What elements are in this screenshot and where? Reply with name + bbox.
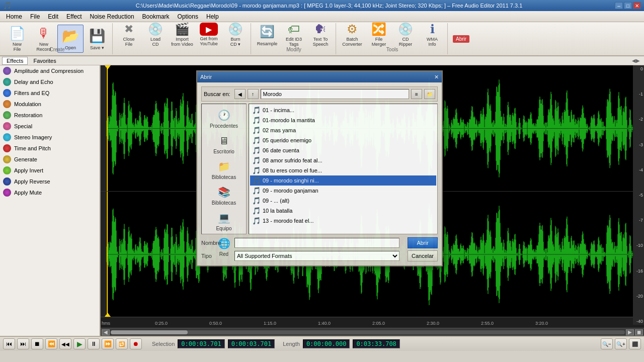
prev-button[interactable]: ⏪ [45, 338, 57, 349]
rewind-button[interactable]: ◀◀ [59, 338, 71, 349]
file-name-f8: 09 - morodo singhi ni... [263, 177, 319, 184]
tts-button[interactable]: 🗣 Text ToSpeech [307, 21, 334, 49]
effect-delay-echo[interactable]: Delay and Echo [0, 76, 100, 87]
resample-icon: 🔄 [258, 23, 276, 41]
minimize-button[interactable]: – [615, 2, 623, 9]
cd-ripper-button[interactable]: 💿 CDRipper [392, 21, 419, 49]
scroll-extra-btn[interactable]: ◼ [635, 329, 643, 335]
go-end-button[interactable]: ⏭ [17, 338, 29, 349]
menu-options[interactable]: Options [174, 11, 202, 22]
new-file-icon: 📄 [8, 26, 26, 41]
file-item-f9[interactable]: 🎵 09 - morodo ganjaman [250, 186, 436, 196]
next-button[interactable]: ⏩ [102, 338, 114, 349]
tts-label: Text ToSpeech [313, 37, 329, 47]
save-button[interactable]: 💾 Save ▾ [84, 25, 110, 53]
file-item-f7[interactable]: 🎵 08 tu eres como el fue... [250, 165, 436, 175]
zoom-fit-button[interactable]: ⬛ [629, 338, 641, 349]
scrollbar-thumb[interactable] [111, 330, 188, 334]
effect-restoration[interactable]: Restoration [0, 110, 100, 121]
sidebar-docs[interactable]: 📁 Bibliotecas [203, 157, 245, 182]
wma-info-button[interactable]: ℹ WMAInfo [419, 21, 445, 49]
abrir-btn[interactable]: Abrir [453, 35, 469, 43]
file-item-f1[interactable]: 🎵 01 - incima... [250, 105, 436, 115]
open-file-button[interactable]: Abrir [408, 237, 438, 248]
menu-noise[interactable]: Noise Reduction [86, 11, 138, 22]
file-list[interactable]: 🎵 01 - incima... 🎵 01-morodo la mantita … [249, 104, 438, 234]
menu-edit[interactable]: Edit [44, 11, 62, 22]
close-file-button[interactable]: ✖ CloseFile [116, 21, 142, 49]
zoom-out-button[interactable]: 🔍− [601, 338, 613, 349]
scroll-left-btn[interactable]: ◀ [102, 329, 110, 335]
go-start-button[interactable]: ⏮ [3, 338, 15, 349]
nav-up-button[interactable]: ↑ [248, 89, 259, 99]
get-youtube-button[interactable]: ▶ Get fromYouTube [196, 21, 222, 49]
dialog-body: Buscar en: ◀ ↑ Morodo ≡ 📁 🕐 Procedentes … [197, 82, 442, 265]
filename-input[interactable] [234, 238, 399, 248]
effect-filters-eq[interactable]: Filters and EQ [0, 87, 100, 99]
effect-apply-mute[interactable]: Apply Mute [0, 187, 100, 198]
effects-options-icon[interactable]: ◀▶ [630, 58, 642, 63]
load-cd-label: LoadCD [150, 37, 160, 47]
menu-bookmark[interactable]: Bookmark [138, 11, 174, 22]
tab-favorites[interactable]: Favorites [29, 57, 60, 65]
file-item-f5[interactable]: 🎵 06 date cuenta [250, 145, 436, 155]
file-item-f10[interactable]: 🎵 09 - ... (alt) [250, 196, 436, 206]
resample-button[interactable]: 🔄 Resample [254, 21, 280, 49]
sidebar-desktop[interactable]: 🖥 Escritorio [203, 132, 245, 156]
tab-effects[interactable]: Effects [2, 57, 28, 65]
file-icon-f1: 🎵 [252, 106, 261, 114]
recent-icon: 🕐 [217, 108, 231, 122]
nav-back-button[interactable]: ◀ [234, 89, 246, 99]
close-file-label: CloseFile [123, 37, 134, 47]
edit-id3-button[interactable]: 🏷 Edit ID3Tags [281, 21, 307, 49]
horizontal-scrollbar[interactable]: ◀ ▶ ◼ [101, 328, 644, 336]
dialog-close-button[interactable]: ✕ [434, 74, 439, 80]
effect-apply-reverse[interactable]: Apply Reverse [0, 176, 100, 187]
record-button[interactable]: ⏺ [130, 338, 142, 349]
burn-cd-button[interactable]: 💿 BurnCD ▾ [222, 21, 249, 49]
pause-button[interactable]: ⏸ [88, 338, 100, 349]
effect-amplitude[interactable]: Amplitude and Compression [0, 65, 100, 76]
effect-special[interactable]: Special [0, 121, 100, 132]
file-item-f12[interactable]: 🎵 13 - morodo feat el... [250, 216, 436, 226]
import-video-button[interactable]: 🎬 Importfrom Video [169, 21, 195, 49]
computer-label: Equipo [216, 226, 231, 231]
menu-file[interactable]: File [26, 11, 44, 22]
menu-effect[interactable]: Effect [62, 11, 86, 22]
file-item-f6[interactable]: 🎵 08 amor sufrido feat al... [250, 155, 436, 165]
effect-generate[interactable]: Generate [0, 154, 100, 165]
menu-help[interactable]: Help [202, 11, 223, 22]
maximize-button[interactable]: □ [624, 2, 632, 9]
batch-converter-button[interactable]: ⚙ BatchConverter [339, 21, 365, 49]
file-merger-button[interactable]: 🔀 FileMerger [366, 21, 392, 49]
sidebar-computer[interactable]: 💻 Equipo [203, 209, 245, 233]
close-button[interactable]: ✕ [633, 2, 641, 9]
file-item-f8[interactable]: 🎵 09 - morodo singhi ni... [250, 175, 436, 186]
file-item-f4[interactable]: 🎵 05 querido enemigo [250, 135, 436, 145]
new-file-button[interactable]: 📄 NewFile [4, 25, 30, 53]
effect-modulation[interactable]: Modulation [0, 99, 100, 110]
merger-icon: 🔀 [370, 22, 388, 36]
cd-ripper-icon: 💿 [396, 22, 415, 36]
nav-view-button[interactable]: ≡ [411, 89, 422, 99]
cancel-button[interactable]: Cancelar [408, 250, 438, 261]
effect-apply-invert[interactable]: Apply Invert [0, 165, 100, 176]
stop-button[interactable]: ⏹ [31, 338, 43, 349]
effect-stereo-imagery[interactable]: Stereo Imagery [0, 132, 100, 143]
play-button[interactable]: ▶ [73, 338, 86, 349]
load-cd-button[interactable]: 💿 LoadCD [142, 21, 169, 49]
file-item-f11[interactable]: 🎵 10 la batalla [250, 206, 436, 216]
scrollbar-track[interactable] [111, 330, 625, 334]
scroll-right-btn[interactable]: ▶ [626, 329, 634, 335]
effect-time-pitch[interactable]: Time and Pitch [0, 143, 100, 154]
sidebar-recent[interactable]: 🕐 Procedentes [203, 106, 245, 131]
reverse-label: Apply Reverse [14, 178, 50, 185]
nav-newfolder-button[interactable]: 📁 [424, 89, 435, 99]
filetype-select[interactable]: All Supported Formats [234, 251, 399, 261]
zoom-in-button[interactable]: 🔍+ [615, 338, 627, 349]
sidebar-libraries[interactable]: 📚 Bibliotecas [203, 183, 245, 208]
file-item-f2[interactable]: 🎵 01-morodo la mantita [250, 115, 436, 125]
menu-home[interactable]: Home [2, 11, 26, 22]
loop-button[interactable]: 🔁 [116, 338, 128, 349]
file-item-f3[interactable]: 🎵 02 mas yama [250, 125, 436, 135]
